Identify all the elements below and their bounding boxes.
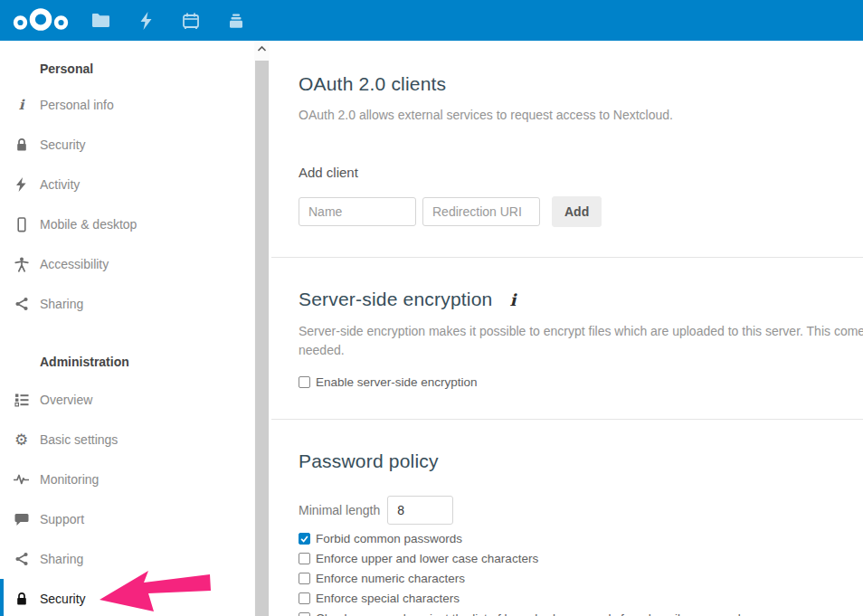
forbid-common-passwords-row[interactable]: Forbid common passwords <box>299 532 863 545</box>
enforce-upper-lower-row[interactable]: Enforce upper and lower case characters <box>299 552 863 565</box>
password-policy-section: Password policy Minimal length Forbid co… <box>271 450 863 616</box>
activity-app-button[interactable] <box>123 0 168 41</box>
deck-app-button[interactable] <box>213 0 259 41</box>
share-icon <box>14 297 29 312</box>
info-icon[interactable]: i <box>510 290 517 309</box>
enforce-numeric-row[interactable]: Enforce numeric characters <box>299 572 863 585</box>
sidebar-item-personal-sharing[interactable]: Sharing <box>0 284 271 324</box>
calendar-app-button[interactable] <box>168 0 213 41</box>
encryption-title: Server-side encryption <box>299 289 493 310</box>
client-name-input[interactable] <box>299 197 416 226</box>
checkbox[interactable] <box>299 612 310 616</box>
section-divider <box>271 419 863 420</box>
sidebar-caption-administration: Administration <box>0 344 271 380</box>
add-client-form: Add <box>299 196 863 227</box>
checkbox-label: Enable server-side encryption <box>316 375 478 389</box>
sidebar-item-basic-settings[interactable]: ⚙ Basic settings <box>0 420 271 460</box>
sidebar-item-admin-sharing[interactable]: Sharing <box>0 539 271 579</box>
calendar-icon <box>182 12 200 30</box>
minimal-length-label: Minimal length <box>299 503 380 517</box>
bolt-icon <box>139 12 153 30</box>
sidebar-item-mobile-desktop[interactable]: Mobile & desktop <box>0 204 271 244</box>
password-policy-checkboxes: Forbid common passwords Enforce upper an… <box>299 532 863 616</box>
redirection-uri-input[interactable] <box>422 197 540 226</box>
checkbox-label: Enforce upper and lower case characters <box>316 552 538 565</box>
checkbox[interactable] <box>299 376 310 388</box>
checkbox[interactable] <box>299 533 310 545</box>
sidebar-scrollbar[interactable] <box>254 41 270 616</box>
scrollbar-up-button[interactable] <box>254 41 270 57</box>
sidebar-item-label: Overview <box>40 393 92 407</box>
lock-icon <box>14 592 29 607</box>
password-policy-title: Password policy <box>299 450 863 472</box>
settings-sidebar: Personal i Personal info Security Activi… <box>0 41 271 616</box>
folder-icon <box>91 13 110 28</box>
overview-icon <box>14 393 29 408</box>
sidebar-item-label: Mobile & desktop <box>40 217 137 232</box>
sidebar-item-admin-security[interactable]: Security <box>0 579 271 616</box>
nextcloud-logo[interactable] <box>11 7 71 34</box>
encryption-description-line2: needed. <box>299 341 863 360</box>
sidebar-item-label: Personal info <box>40 98 114 112</box>
oauth-section: OAuth 2.0 clients OAuth 2.0 allows exter… <box>271 73 863 227</box>
sidebar-item-label: Support <box>40 512 84 526</box>
scrollbar-thumb[interactable] <box>255 61 269 616</box>
phone-icon <box>14 217 29 232</box>
top-header-bar <box>0 0 863 41</box>
sidebar-item-overview[interactable]: Overview <box>0 380 271 420</box>
files-app-button[interactable] <box>78 0 123 41</box>
sidebar-item-monitoring[interactable]: Monitoring <box>0 460 271 499</box>
add-client-button[interactable]: Add <box>552 196 602 227</box>
sidebar-item-label: Monitoring <box>40 472 99 487</box>
encryption-section: Server-side encryption i Server-side enc… <box>271 289 863 389</box>
sidebar-item-label: Accessibility <box>40 257 109 271</box>
monitoring-icon <box>14 472 29 488</box>
sidebar-item-personal-security[interactable]: Security <box>0 125 271 165</box>
app-launcher <box>78 0 259 41</box>
info-icon: i <box>14 98 29 113</box>
checkbox-label: Check password against the list of breac… <box>316 611 767 616</box>
accessibility-icon <box>14 257 29 272</box>
sidebar-item-accessibility[interactable]: Accessibility <box>0 244 271 284</box>
check-hibp-row[interactable]: Check password against the list of breac… <box>299 611 863 616</box>
deck-icon <box>227 12 245 30</box>
checkbox[interactable] <box>299 573 310 584</box>
enforce-special-row[interactable]: Enforce special characters <box>299 592 863 605</box>
checkbox[interactable] <box>299 553 310 564</box>
minimal-length-row: Minimal length <box>299 496 863 525</box>
sidebar-item-label: Basic settings <box>40 432 118 447</box>
section-divider <box>271 257 863 258</box>
sidebar-item-label: Security <box>40 137 86 152</box>
support-icon <box>14 512 29 527</box>
checkbox-label: Forbid common passwords <box>316 532 462 545</box>
minimal-length-input[interactable] <box>387 496 453 525</box>
sidebar-item-label: Sharing <box>40 552 83 566</box>
checkbox[interactable] <box>299 592 310 604</box>
sidebar-item-label: Activity <box>40 177 80 192</box>
chevron-up-icon <box>257 45 267 52</box>
gear-icon: ⚙ <box>14 432 29 448</box>
oauth-title: OAuth 2.0 clients <box>299 73 863 95</box>
sidebar-caption-personal: Personal <box>0 52 271 85</box>
enable-encryption-checkbox-row[interactable]: Enable server-side encryption <box>299 375 863 389</box>
sidebar-item-personal-info[interactable]: i Personal info <box>0 85 271 125</box>
checkbox-label: Enforce numeric characters <box>316 572 465 585</box>
sidebar-item-label: Security <box>40 592 86 606</box>
sidebar-item-support[interactable]: Support <box>0 499 271 539</box>
checkbox-label: Enforce special characters <box>316 592 460 605</box>
encryption-description-line1: Server-side encryption makes it possible… <box>299 322 863 341</box>
settings-content: OAuth 2.0 clients OAuth 2.0 allows exter… <box>271 41 863 616</box>
share-icon <box>14 552 29 567</box>
lock-icon <box>14 137 29 153</box>
bolt-icon <box>14 177 29 193</box>
sidebar-item-label: Sharing <box>40 297 83 311</box>
sidebar-item-activity[interactable]: Activity <box>0 165 271 204</box>
oauth-description: OAuth 2.0 allows external services to re… <box>299 106 863 125</box>
add-client-label: Add client <box>299 165 863 180</box>
